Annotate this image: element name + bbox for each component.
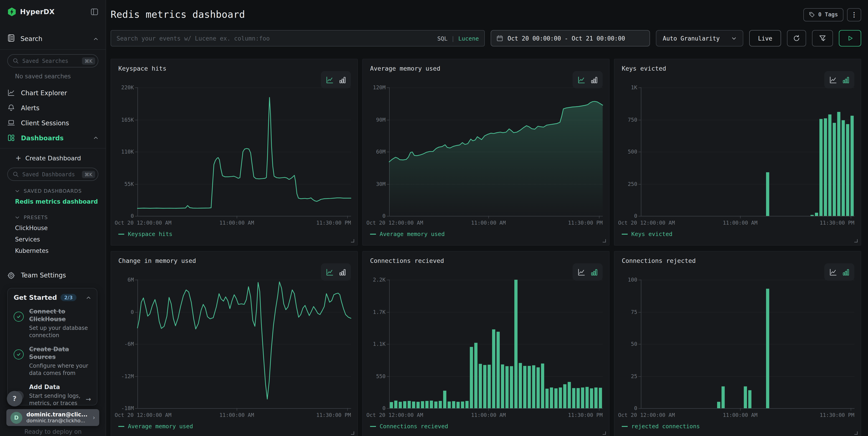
sidebar-item-team-settings[interactable]: Team Settings <box>0 267 105 283</box>
avatar: D <box>10 412 22 424</box>
x-axis-tick-label: Oct 20 12:00:00 AM <box>115 412 172 418</box>
line-chart-icon[interactable] <box>326 76 333 84</box>
sidebar-item-preset-clickhouse[interactable]: ClickHouse <box>0 222 105 234</box>
saved-searches-input[interactable]: Saved Searches ⌘K <box>7 54 98 67</box>
create-dashboard-button[interactable]: + Create Dashboard <box>0 148 105 163</box>
lucene-mode-toggle[interactable]: Lucene <box>458 35 479 42</box>
bell-icon <box>7 104 16 112</box>
sidebar-item-redis-metrics-dashboard[interactable]: Redis metrics dashboard <box>0 196 105 207</box>
chevron-up-icon <box>93 37 98 40</box>
bar-chart-icon[interactable] <box>842 268 849 276</box>
bar-chart-icon[interactable] <box>842 76 849 84</box>
plot-area[interactable] <box>137 87 351 216</box>
saved-searches-placeholder: Saved Searches <box>22 58 82 64</box>
resize-handle[interactable] <box>602 239 606 242</box>
x-axis-tick-label: 11:00:00 AM <box>471 412 506 418</box>
y-axis-tick-label: 1K <box>615 84 637 91</box>
line-chart-icon[interactable] <box>578 76 585 84</box>
plot-area[interactable] <box>389 87 602 216</box>
sidebar-item-label: Dashboards <box>21 134 63 142</box>
more-menu-button[interactable]: ⋮ <box>847 8 861 21</box>
sidebar-item-alerts[interactable]: Alerts <box>0 100 105 115</box>
chart-type-toggle <box>572 263 602 281</box>
time-range-picker[interactable]: Oct 20 00:00:00 - Oct 21 00:00:00 <box>491 30 650 47</box>
get-started-step[interactable]: Create Data SourcesConfigure where your … <box>14 346 91 377</box>
saved-dashboards-section-header[interactable]: SAVED DASHBOARDS <box>0 181 105 196</box>
step-title: Add Data <box>29 384 91 391</box>
resize-handle[interactable] <box>854 239 858 242</box>
check-circle-icon <box>14 312 24 322</box>
granularity-select[interactable]: Auto Granularity <box>656 30 743 47</box>
get-started-step[interactable]: Connect to ClickHouseSet up your databas… <box>14 308 91 339</box>
chart-title: Change in memory used <box>118 257 196 264</box>
brand-name: HyperDX <box>20 8 55 16</box>
y-axis-tick-label: 0 <box>363 405 385 411</box>
user-email: dominic.tran@clickho... <box>26 418 93 424</box>
line-chart-icon[interactable] <box>829 76 837 84</box>
tags-button[interactable]: 0 Tags <box>803 8 843 21</box>
sidebar-item-chart-explorer[interactable]: Chart Explorer <box>0 85 105 100</box>
app: HyperDX Search Saved Searches ⌘K No save… <box>0 0 868 436</box>
resize-handle[interactable] <box>351 239 354 242</box>
resize-handle[interactable] <box>351 431 354 435</box>
help-button[interactable]: ? <box>7 391 22 406</box>
collapse-sidebar-button[interactable] <box>91 8 98 16</box>
bar-chart-icon[interactable] <box>338 268 346 276</box>
sidebar-item-dashboards[interactable]: Dashboards <box>0 130 105 145</box>
plot-area[interactable] <box>641 280 854 408</box>
sidebar-item-client-sessions[interactable]: Client Sessions <box>0 115 105 130</box>
search-placeholder: Search your events w/ Lucene ex. column:… <box>117 35 437 42</box>
saved-dashboards-input[interactable]: Saved Dashboards ⌘K <box>7 168 98 181</box>
get-started-card: Get Started 2/3 Connect to ClickHouseSet… <box>7 288 97 405</box>
presets-section-header[interactable]: PRESETS <box>0 207 105 222</box>
chevron-up-icon[interactable] <box>86 296 91 299</box>
sidebar-item-search[interactable]: Search <box>0 31 105 47</box>
x-axis-tick-label: 11:00:00 AM <box>723 412 757 418</box>
resize-handle[interactable] <box>854 431 858 435</box>
filter-button[interactable] <box>812 30 833 47</box>
page-title: Redis metrics dashboard <box>111 9 245 20</box>
line-chart-icon[interactable] <box>578 268 585 276</box>
sidebar-item-preset-kubernetes[interactable]: Kubernetes <box>0 245 105 257</box>
progress-badge: 2/3 <box>61 294 76 301</box>
refresh-button[interactable] <box>787 30 806 47</box>
chart-type-toggle <box>572 71 602 88</box>
kbd-shortcut: ⌘K <box>82 171 95 178</box>
x-axis-tick-label: 11:00:00 AM <box>471 220 506 226</box>
play-button[interactable] <box>839 30 861 47</box>
resize-handle[interactable] <box>602 431 606 435</box>
y-axis-tick-label: 25 <box>615 373 637 379</box>
kebab-icon: ⋮ <box>851 11 857 18</box>
bar-chart-icon[interactable] <box>590 76 598 84</box>
chevron-right-icon: › <box>93 414 95 421</box>
step-description: Set up your database connection <box>29 324 91 339</box>
sidebar: HyperDX Search Saved Searches ⌘K No save… <box>0 0 106 436</box>
chart-card-connections-rejected: Connections rejectedrejected connections… <box>614 251 861 436</box>
bar-chart-icon[interactable] <box>590 268 598 276</box>
line-chart-icon[interactable] <box>326 268 333 276</box>
get-started-step[interactable]: 3Add DataStart sending logs, metrics, or… <box>14 384 91 407</box>
sql-mode-toggle[interactable]: SQL <box>437 35 447 42</box>
step-description: Start sending logs, metrics, or traces <box>29 392 91 407</box>
logo-row: HyperDX <box>0 0 105 21</box>
user-menu[interactable]: D dominic.tran@clic... dominic.tran@clic… <box>6 409 99 426</box>
y-axis-tick-label: 55K <box>111 181 134 187</box>
search-icon <box>13 58 19 64</box>
chevron-down-icon <box>732 37 737 40</box>
y-axis-tick-label: 0 <box>111 309 134 315</box>
sidebar-item-preset-services[interactable]: Services <box>0 234 105 245</box>
line-chart-icon[interactable] <box>829 268 837 276</box>
plot-area[interactable] <box>137 280 351 408</box>
live-button[interactable]: Live <box>749 30 781 47</box>
event-search-input[interactable]: Search your events w/ Lucene ex. column:… <box>111 30 485 47</box>
legend-swatch <box>622 233 628 234</box>
y-axis-tick-label: -12M <box>111 373 134 379</box>
bar-chart-icon[interactable] <box>338 76 346 84</box>
toolbar: Search your events w/ Lucene ex. column:… <box>111 30 861 47</box>
plot-area[interactable] <box>389 280 602 408</box>
x-axis-tick-label: 11:30:00 PM <box>316 220 351 226</box>
plot-area[interactable] <box>641 87 854 216</box>
tag-icon <box>809 11 815 18</box>
y-axis-tick-label: 75 <box>615 309 637 315</box>
chart-title: Keyspace hits <box>118 65 166 72</box>
